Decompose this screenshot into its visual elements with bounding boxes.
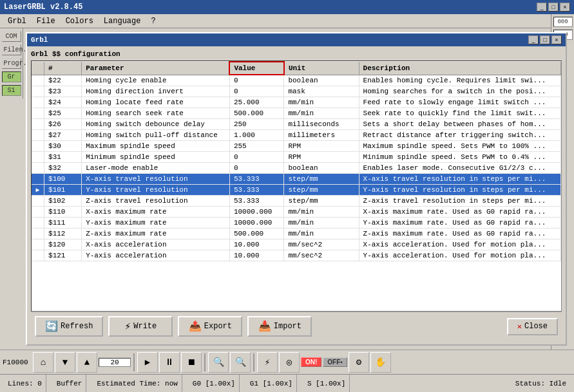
table-row[interactable]: $24Homing locate feed rate25.000mm/minFe…: [32, 97, 561, 108]
row-indicator: [32, 152, 44, 163]
toolbar-cursor-btn[interactable]: ✋: [370, 352, 391, 373]
app-close-btn[interactable]: ×: [560, 3, 570, 12]
refresh-icon: 🔄: [45, 320, 58, 333]
laser-off-btn[interactable]: OFF▪: [323, 357, 347, 367]
table-row[interactable]: $32Laser-mode enable0booleanEnables lase…: [32, 163, 561, 174]
row-param: Homing cycle enable: [82, 75, 230, 86]
row-hash: $27: [44, 130, 82, 141]
row-value: 0: [229, 86, 283, 97]
grbl-maximize-btn[interactable]: □: [540, 35, 550, 44]
app-title-bar: LaserGRBL v2.8.45 _ □ ×: [0, 0, 574, 14]
row-value: 10000.000: [229, 207, 283, 218]
table-row[interactable]: $121Y-axis acceleration10.000mm/sec^2Y-a…: [32, 250, 561, 261]
row-hash: $26: [44, 119, 82, 130]
row-unit: boolean: [284, 75, 359, 86]
laser-on-btn[interactable]: ON!: [301, 357, 321, 367]
table-row[interactable]: $112Z-axis maximum rate500.000mm/minZ-ax…: [32, 229, 561, 239]
table-row[interactable]: $30Maximum spindle speed255RPMMaximum sp…: [32, 141, 561, 152]
speed-input[interactable]: [99, 358, 131, 367]
menu-help[interactable]: ?: [146, 15, 160, 27]
app-maximize-btn[interactable]: □: [548, 3, 559, 12]
row-param: Y-axis travel resolution: [82, 185, 230, 196]
table-row[interactable]: $25Homing search seek rate500.000mm/minS…: [32, 108, 561, 119]
status-lines: Lines: 0: [4, 375, 46, 392]
table-row[interactable]: ▶$101Y-axis travel resolution53.333step/…: [32, 185, 561, 196]
row-unit: step/mm: [284, 196, 359, 207]
toolbar-home-btn[interactable]: ⌂: [33, 352, 53, 373]
row-indicator: ▶: [32, 185, 44, 196]
row-value: 53.333: [229, 196, 283, 207]
table-row[interactable]: $120X-axis acceleration10.000mm/sec^2X-a…: [32, 239, 561, 250]
row-unit: millimeters: [284, 130, 359, 141]
row-param: X-axis acceleration: [82, 239, 230, 250]
row-indicator: [32, 207, 44, 218]
grbl-window-title: Grbl: [31, 36, 48, 44]
grbl-close-title-btn[interactable]: ×: [551, 35, 562, 44]
buffer-label: Buffer: [57, 380, 82, 387]
row-indicator: [32, 130, 44, 141]
status-bar: Lines: 0 Buffer Estimated Time: now G0 […: [0, 374, 574, 392]
toolbar-up-btn[interactable]: ▲: [77, 352, 97, 373]
app-minimize-btn[interactable]: _: [537, 3, 547, 12]
row-hash: $32: [44, 163, 82, 174]
toolbar-pause-btn[interactable]: ⏸: [159, 352, 180, 373]
config-table: # Parameter Value Unit Description $22Ho…: [32, 61, 561, 261]
row-param: Homing switch pull-off distance: [82, 130, 230, 141]
toolbar-zoomin-btn[interactable]: 🔍: [208, 352, 229, 373]
table-row[interactable]: $23Homing direction invert0maskHoming se…: [32, 86, 561, 97]
grbl-minimize-btn[interactable]: _: [528, 35, 539, 44]
table-row[interactable]: $100X-axis travel resolution53.333step/m…: [32, 174, 561, 185]
left-panel: COM Filen... Progr... Gr S1: [0, 28, 23, 98]
left-panel-prog[interactable]: Progr...: [2, 58, 21, 69]
table-row[interactable]: $111Y-axis maximum rate10000.000mm/minY-…: [32, 218, 561, 229]
toolbar-down-btn[interactable]: ▼: [55, 352, 75, 373]
export-icon: 📤: [189, 320, 202, 333]
table-row[interactable]: $27Homing switch pull-off distance1.000m…: [32, 130, 561, 141]
toolbar-play-btn[interactable]: ▶: [137, 352, 158, 373]
table-row[interactable]: $110X-axis maximum rate10000.000mm/minX-…: [32, 207, 561, 218]
toolbar-zoomout-btn[interactable]: 🔍: [230, 352, 251, 373]
app-title-buttons: _ □ ×: [537, 3, 570, 12]
row-unit: RPM: [284, 152, 359, 163]
row-indicator: [32, 108, 44, 119]
row-desc: Seek rate to quickly find the limit swit…: [359, 108, 560, 119]
left-panel-file[interactable]: Filen...: [2, 44, 21, 55]
table-row[interactable]: $102Z-axis travel resolution53.333step/m…: [32, 196, 561, 207]
close-button[interactable]: ✕ Close: [507, 318, 558, 335]
row-indicator: [32, 163, 44, 174]
status-s: S [1.00x]: [303, 375, 350, 392]
right-coord1: 000: [553, 17, 573, 27]
toolbar-target-btn[interactable]: ◎: [279, 352, 300, 373]
menu-file[interactable]: File: [32, 15, 61, 27]
menu-grbl[interactable]: Grbl: [3, 15, 32, 27]
row-desc: Feed rate to slowly engage limit switch …: [359, 97, 560, 108]
menu-colors[interactable]: Colors: [61, 15, 99, 27]
toolbar-laser-btn[interactable]: ⚡: [257, 352, 278, 373]
toolbar-settings-btn[interactable]: ⚙: [349, 352, 369, 373]
estimated-label: Estimated Time: now: [97, 380, 177, 387]
row-value: 53.333: [229, 174, 283, 185]
row-indicator: [32, 141, 44, 152]
left-panel-com[interactable]: COM: [2, 31, 21, 42]
toolbar-sep1: [133, 353, 135, 371]
table-row[interactable]: $31Minimum spindle speed0RPMMinimum spin…: [32, 152, 561, 163]
toolbar-stop-btn[interactable]: ⏹: [181, 352, 202, 373]
row-indicator: [32, 97, 44, 108]
row-desc: Y-axis travel resolution in steps per mi…: [359, 185, 560, 196]
table-row[interactable]: $22Homing cycle enable0booleanEnables ho…: [32, 75, 561, 86]
import-button[interactable]: 📥 Import: [247, 316, 312, 337]
export-button[interactable]: 📤 Export: [178, 316, 242, 337]
grbl-title-buttons: _ □ ×: [528, 35, 562, 44]
refresh-button[interactable]: 🔄 Refresh: [35, 316, 103, 337]
left-panel-gr[interactable]: Gr: [2, 71, 21, 82]
row-desc: X-axis maximum rate. Used as G0 rapid ra…: [359, 207, 560, 218]
table-row[interactable]: $26Homing switch debounce delay250millis…: [32, 119, 561, 130]
row-value: 10.000: [229, 250, 283, 261]
button-row: 🔄 Refresh ⚡ Write 📤 Export 📥 Import ✕: [31, 312, 562, 341]
config-table-wrapper[interactable]: # Parameter Value Unit Description $22Ho…: [31, 61, 562, 312]
left-panel-s[interactable]: S1: [2, 85, 21, 96]
app-title: LaserGRBL v2.8.45: [4, 3, 82, 12]
write-button[interactable]: ⚡ Write: [108, 316, 173, 337]
menu-language[interactable]: Language: [99, 15, 146, 27]
status-idle: Status: Idle: [512, 375, 570, 392]
